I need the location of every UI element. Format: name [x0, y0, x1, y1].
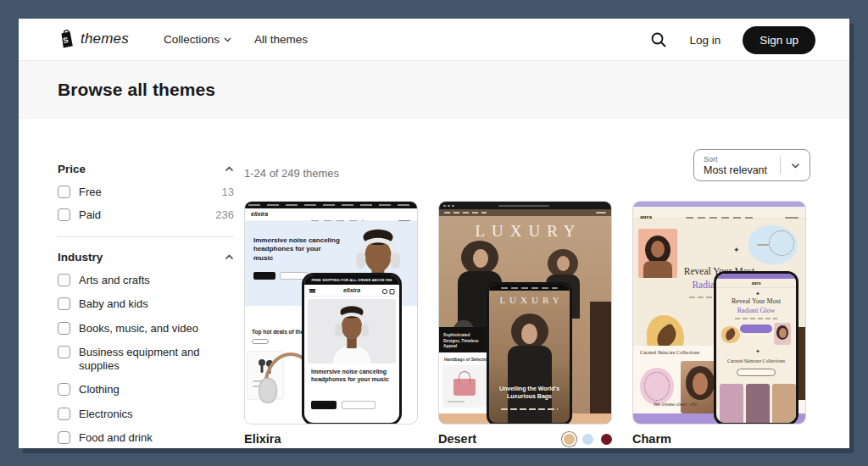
filter-option-arts-and-crafts[interactable]: Arts and crafts [58, 274, 234, 287]
preview-shop-button [253, 272, 275, 280]
phone-hero-line2: Radiant Glow [716, 307, 796, 314]
sort-label: Sort [704, 155, 780, 164]
checkbox-free[interactable] [58, 186, 70, 198]
decorative-blob-blue [748, 225, 798, 264]
phone-caption [735, 318, 777, 319]
industry-filter-header[interactable]: Industry [58, 251, 234, 264]
sort-dropdown[interactable]: Sort Most relevant [693, 149, 810, 181]
preview-nav: aura [633, 207, 805, 219]
phone-hero-line1: Reveal Your Most [716, 297, 796, 305]
page-title: Browse all themes [58, 80, 215, 100]
chevron-down-icon [781, 163, 810, 169]
phone-hero-photo [308, 299, 396, 363]
phone-image-row [720, 384, 796, 423]
theme-name[interactable]: Desert [438, 432, 476, 446]
phone-hero-title: Unveiling the World's Luxurious Bags [489, 385, 570, 401]
checkbox[interactable] [58, 274, 70, 286]
preview-section-title: Curated Skincare Collections [640, 350, 699, 355]
price-filter-header[interactable]: Price [58, 163, 234, 175]
swatch-tan[interactable] [564, 434, 575, 445]
shopify-themes-logo[interactable]: S themes [58, 29, 129, 49]
swatch-lightblue[interactable] [582, 434, 593, 445]
swatch-maroon[interactable] [601, 434, 612, 445]
industry-filter-title: Industry [58, 251, 103, 264]
theme-card-charm: aura ✦ [632, 201, 806, 446]
product-photo-dark [590, 302, 612, 413]
chevron-up-icon [225, 166, 234, 172]
phone-collections-pill [737, 369, 776, 376]
phone-mockup: aura ✦ Reveal Your Most Radiant Glow [714, 271, 798, 424]
preview-logo: elixira [251, 211, 268, 217]
theme-preview-desert[interactable]: LUXURY Sophisticated [438, 201, 612, 424]
filter-count: 236 [215, 208, 234, 221]
search-icon[interactable] [650, 31, 667, 48]
login-link[interactable]: Log in [689, 34, 721, 47]
nav-all-themes-label: All themes [254, 33, 308, 46]
filter-count: 13 [222, 186, 234, 198]
nav-all-themes[interactable]: All themes [254, 33, 308, 46]
shopify-bag-icon: S [58, 29, 76, 49]
filter-label: Electronics [79, 408, 133, 421]
phone-hero-title: Immersive noise canceling headphones for… [311, 368, 396, 383]
filter-label: Paid [79, 208, 101, 221]
filter-option-business-equipment[interactable]: Business equipment and supplies [58, 346, 234, 374]
filter-label: Clothing [79, 383, 120, 397]
filter-option-free[interactable]: Free 13 [58, 186, 234, 198]
filter-option-baby-and-kids[interactable]: Baby and kids [58, 297, 234, 311]
decorative-blob-yellow [721, 326, 740, 343]
filter-label: Business equipment and supplies [79, 346, 234, 374]
filter-option-books-music-video[interactable]: Books, music, and video [58, 322, 234, 336]
phone-section-title: Curated Skincare Collections [716, 358, 796, 363]
filter-label: Food and drink [79, 431, 153, 445]
checkbox[interactable] [58, 346, 70, 358]
filter-label: Books, music, and video [79, 322, 198, 336]
chevron-up-icon [225, 254, 234, 260]
nav-collections[interactable]: Collections [164, 33, 231, 46]
theme-name[interactable]: Charm [632, 432, 671, 446]
theme-color-swatches [564, 434, 612, 445]
theme-cards-grid: elixira Immersive noise canceling headph… [244, 201, 827, 446]
filter-label: Free [79, 186, 102, 198]
checkbox[interactable] [58, 322, 70, 335]
theme-preview-elixira[interactable]: elixira Immersive noise canceling headph… [244, 201, 418, 424]
checkbox[interactable] [58, 431, 70, 444]
circular-stamp-badge [769, 230, 794, 256]
pink-circle-badge [640, 368, 674, 405]
theme-preview-charm[interactable]: aura ✦ [632, 201, 806, 424]
preview-products-title: Handbags of Selection [444, 357, 490, 362]
filter-option-paid[interactable]: Paid 236 [58, 208, 234, 221]
preview-nav [439, 209, 611, 216]
preview-window-bar [439, 202, 611, 209]
theme-card-desert: LUXURY Sophisticated [438, 201, 612, 446]
preview-tag-pill [252, 339, 269, 344]
preview-hero-title: Immersive noise canceling headphones for… [253, 236, 340, 263]
phone-hero-word: LUXURY [489, 295, 570, 305]
chevron-down-icon [224, 37, 231, 42]
logo-wordmark: themes [81, 31, 129, 47]
filter-option-food-and-drink[interactable]: Food and drink [58, 431, 234, 445]
phone-secondary-button [342, 401, 376, 409]
phone-banner [489, 285, 570, 291]
filter-label: Baby and kids [79, 297, 148, 311]
top-navigation-bar: S themes Collections All themes Log in S… [19, 19, 849, 61]
checkbox[interactable] [58, 383, 70, 396]
phone-mockup: LUXURY Unveiling the World's Luxurious B… [487, 282, 572, 424]
signup-button[interactable]: Sign up [743, 26, 815, 54]
price-filter-title: Price [58, 163, 86, 175]
filter-option-clothing[interactable]: Clothing [58, 383, 234, 397]
phone-shop-button [311, 401, 337, 409]
preview-announcement-bar [245, 202, 417, 208]
themes-store-page: S themes Collections All themes Log in S… [19, 19, 849, 448]
preview-footnote: We create clean, effe [654, 402, 698, 407]
product-tile-pink-bag [442, 365, 487, 408]
theme-name[interactable]: Elixira [244, 432, 281, 446]
checkbox-paid[interactable] [58, 208, 70, 221]
phone-logo: aura [716, 280, 796, 286]
filter-option-electronics[interactable]: Electronics [58, 408, 234, 421]
sort-value: Most relevant [704, 164, 780, 176]
filter-label: Arts and crafts [79, 274, 150, 287]
checkbox[interactable] [58, 408, 70, 420]
phone-caption [501, 408, 558, 410]
nav-collections-label: Collections [164, 33, 220, 46]
checkbox[interactable] [58, 297, 70, 310]
